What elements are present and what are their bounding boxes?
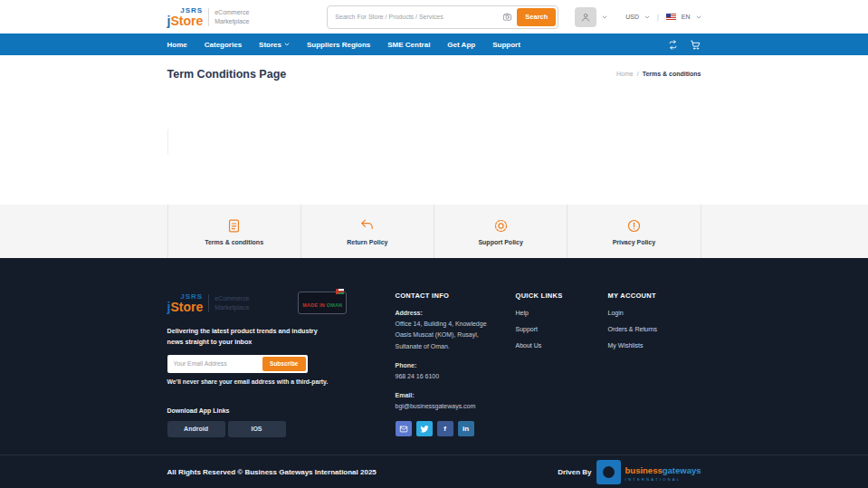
footer-link-orders-returns[interactable]: Orders & Returns xyxy=(608,326,701,332)
nav-item-categories[interactable]: Categories xyxy=(205,41,242,49)
document-icon xyxy=(226,218,242,234)
footer-account-column: MY ACCOUNT Login Orders & Returns My Wis… xyxy=(608,292,701,437)
logo-divider xyxy=(208,294,209,312)
top-header: jsrs jStore eCommerce Marketplace Search xyxy=(0,0,868,33)
twitter-icon[interactable] xyxy=(416,421,433,436)
driven-by-label: Driven By xyxy=(558,468,591,476)
breadcrumb: Home / Terms & conditions xyxy=(616,71,701,77)
footer-contact-column: CONTACT INFO Address: Office 14, Buildin… xyxy=(396,292,516,437)
social-links: f in xyxy=(396,421,516,436)
logo-tagline: eCommerce Marketplace xyxy=(215,294,249,311)
driven-by[interactable]: Driven By businessgateways INTERNATIONAL xyxy=(558,460,701,484)
feature-return-policy[interactable]: Return Policy xyxy=(300,205,434,258)
email-value[interactable]: bgi@businessgateways.com xyxy=(396,401,516,412)
currency-selector[interactable]: USD xyxy=(625,14,639,20)
newsletter-disclaimer: We'll never share your email address wit… xyxy=(167,378,396,385)
newsletter-form: Subscribe xyxy=(167,355,308,373)
feature-label: Privacy Policy xyxy=(613,239,655,245)
email-social-icon[interactable] xyxy=(396,421,412,436)
footer-link-about-us[interactable]: About Us xyxy=(516,342,608,349)
subscribe-button[interactable]: Subscribe xyxy=(262,357,305,371)
account-area: USD | EN xyxy=(575,7,701,27)
camera-icon[interactable] xyxy=(502,12,512,22)
logo-divider xyxy=(208,8,209,26)
ios-app-button[interactable]: IOS xyxy=(228,421,286,437)
feature-label: Support Policy xyxy=(478,239,522,245)
newsletter-tagline: Delivering the latest product trends and… xyxy=(167,326,323,348)
search-button[interactable]: Search xyxy=(517,8,556,26)
android-app-button[interactable]: Android xyxy=(167,421,225,437)
quicklinks-heading: QUICK LINKS xyxy=(516,292,608,300)
account-chevron-down-icon[interactable] xyxy=(602,14,607,20)
main-content: Term Conditions Page Home / Terms & cond… xyxy=(0,55,868,205)
footer-quicklinks-column: QUICK LINKS Help Support About Us xyxy=(516,292,608,437)
us-flag-icon xyxy=(666,14,676,20)
breadcrumb-separator: / xyxy=(637,71,639,77)
footer-link-support[interactable]: Support xyxy=(516,326,608,332)
businessgateways-wordmark: businessgateways INTERNATIONAL xyxy=(625,462,701,482)
stores-chevron-down-icon xyxy=(284,42,290,47)
cart-icon[interactable] xyxy=(690,39,701,51)
search-input[interactable] xyxy=(329,14,502,20)
footer-brand-column: jsrs jStore eCommerce Marketplace MADE I… xyxy=(167,292,396,437)
email-label: Email: xyxy=(396,392,516,398)
myaccount-heading: MY ACCOUNT xyxy=(608,292,701,300)
businessgateways-subtitle: INTERNATIONAL xyxy=(625,478,701,482)
nav-item-home[interactable]: Home xyxy=(167,41,187,49)
breadcrumb-home[interactable]: Home xyxy=(616,71,634,77)
made-in-oman-badge: MADE IN OMAN xyxy=(298,292,347,314)
compare-icon[interactable] xyxy=(667,39,679,51)
feature-label: Return Policy xyxy=(347,239,387,245)
businessgateways-logo-icon xyxy=(596,460,621,484)
nav-item-support[interactable]: Support xyxy=(492,41,520,49)
content-placeholder-line xyxy=(167,129,168,155)
address-value: Office 14, Building 4, Knowledge Oasis M… xyxy=(396,319,516,352)
language-selector[interactable]: EN xyxy=(682,14,691,20)
return-arrow-icon xyxy=(359,218,375,234)
download-apps-label: Download App Links xyxy=(167,407,396,414)
site-logo[interactable]: jsrs jStore eCommerce Marketplace xyxy=(167,7,250,27)
address-label: Address: xyxy=(396,310,516,316)
nav-item-sme-central[interactable]: SME Central xyxy=(387,41,430,49)
email-input[interactable] xyxy=(169,360,263,367)
footer: jsrs jStore eCommerce Marketplace MADE I… xyxy=(0,258,868,455)
feature-support-policy[interactable]: Support Policy xyxy=(434,205,567,258)
linkedin-icon[interactable]: in xyxy=(458,421,474,436)
footer-link-help[interactable]: Help xyxy=(516,310,608,316)
support-gear-icon xyxy=(493,218,509,234)
logo-jstore-text: jStore xyxy=(167,301,204,313)
nav-item-suppliers-regions[interactable]: Suppliers Regions xyxy=(307,41,370,49)
logo-wordmark: jsrs jStore xyxy=(167,7,204,27)
policy-links-strip: Terms & conditions Return Policy Support… xyxy=(0,205,868,258)
contact-heading: CONTACT INFO xyxy=(396,292,516,300)
main-nav: Home Categories Stores Suppliers Regions… xyxy=(0,33,868,55)
logo-jstore-text: jStore xyxy=(167,14,204,27)
nav-item-get-app[interactable]: Get App xyxy=(447,41,475,49)
feature-terms-conditions[interactable]: Terms & conditions xyxy=(167,205,300,258)
footer-link-my-wishlists[interactable]: My Wishlists xyxy=(608,342,701,349)
nav-item-stores[interactable]: Stores xyxy=(259,41,290,49)
bottom-bar: All Rights Reserved © Business Gateways … xyxy=(0,455,868,488)
language-chevron-down-icon[interactable] xyxy=(696,14,701,20)
logo-tagline: eCommerce Marketplace xyxy=(215,8,249,25)
user-avatar[interactable] xyxy=(575,7,596,27)
copyright-text: All Rights Reserved © Business Gateways … xyxy=(167,468,377,476)
currency-chevron-down-icon[interactable] xyxy=(644,14,650,20)
facebook-icon[interactable]: f xyxy=(437,421,453,436)
feature-label: Terms & conditions xyxy=(205,239,263,245)
header-separator: | xyxy=(657,14,659,20)
privacy-alert-icon xyxy=(626,218,642,234)
footer-link-login[interactable]: Login xyxy=(608,310,701,316)
breadcrumb-current: Terms & conditions xyxy=(643,71,701,77)
phone-label: Phone: xyxy=(396,362,516,368)
search-bar: Search xyxy=(327,5,558,29)
oman-flag-icon xyxy=(336,289,344,294)
feature-privacy-policy[interactable]: Privacy Policy xyxy=(567,205,701,258)
phone-value: 968 24 16 6100 xyxy=(396,371,516,382)
footer-logo[interactable]: jsrs jStore eCommerce Marketplace xyxy=(167,293,250,313)
nav-icon-group xyxy=(667,39,701,51)
